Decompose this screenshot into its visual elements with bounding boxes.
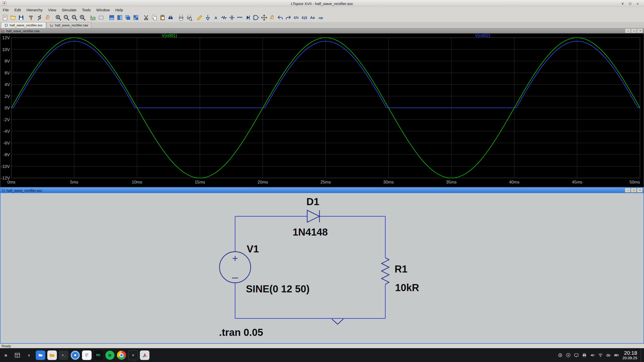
wire-icon[interactable]: [196, 13, 204, 22]
minimize-button[interactable]: –: [625, 29, 631, 33]
close-button[interactable]: ×: [637, 188, 643, 193]
terminal-dark-icon[interactable]: >: [127, 348, 139, 362]
diode-symbol[interactable]: [307, 210, 319, 222]
close-button[interactable]: ×: [634, 2, 641, 6]
zoom-box-icon[interactable]: [62, 13, 70, 22]
menu-view[interactable]: View: [45, 7, 59, 13]
find-icon[interactable]: [167, 13, 175, 22]
zoom-full-icon[interactable]: [78, 13, 87, 22]
autorange-icon[interactable]: [89, 13, 97, 22]
file-manager-icon[interactable]: [46, 348, 58, 362]
maximize-button[interactable]: □: [631, 29, 637, 33]
chromium-icon[interactable]: [69, 348, 81, 362]
trace-label-V(n001)[interactable]: V(n001): [162, 33, 177, 38]
save-icon[interactable]: [17, 13, 25, 22]
diode-icon[interactable]: [244, 13, 252, 22]
cascade-windows-icon[interactable]: [124, 13, 132, 22]
arrange-windows-icon[interactable]: [132, 13, 140, 22]
window-list-icon[interactable]: [12, 348, 23, 362]
tab-half_wave_rectifier.raw[interactable]: half_wave_rectifier.raw: [47, 22, 92, 28]
print-icon[interactable]: [177, 13, 185, 22]
zoom-extents-icon[interactable]: [97, 13, 105, 22]
menu-tools[interactable]: Tools: [79, 7, 94, 13]
show-desktop-button[interactable]: [641, 348, 644, 362]
copy-icon[interactable]: [150, 13, 158, 22]
diode-value-label[interactable]: 1N4148: [293, 227, 328, 238]
wifi-icon[interactable]: [596, 348, 605, 362]
halt-icon[interactable]: [44, 13, 52, 22]
schematic-canvas[interactable]: D1 1N4148 V1 SINE(0 12 50) R1 10kR .tran…: [1, 193, 643, 343]
print-preview-icon[interactable]: [185, 13, 193, 22]
toolbar-group: [89, 13, 105, 22]
files-app-icon[interactable]: [35, 348, 46, 362]
minimize-button[interactable]: –: [625, 188, 631, 193]
schematic-window-titlebar[interactable]: half_wave_rectifier.asc –□×: [1, 188, 643, 193]
schematic-window-title: half_wave_rectifier.asc: [7, 189, 42, 193]
new-schematic-icon[interactable]: [1, 13, 9, 22]
cut-icon[interactable]: [142, 13, 150, 22]
tile-horizontal-icon[interactable]: [108, 13, 116, 22]
source-value-label[interactable]: SINE(0 12 50): [246, 283, 309, 294]
source-ref-label[interactable]: V1: [247, 243, 259, 254]
pycharm-icon[interactable]: PC: [93, 348, 104, 362]
inductor-icon[interactable]: [236, 13, 244, 22]
resistor-symbol[interactable]: [382, 258, 389, 284]
overflow-chevrons-icon[interactable]: »: [0, 348, 12, 362]
mirror-icon[interactable]: E|Ǝ: [300, 13, 308, 22]
open-icon[interactable]: [9, 13, 17, 22]
run-icon[interactable]: [36, 13, 44, 22]
battery-icon[interactable]: [613, 348, 621, 362]
status-indicator-icon[interactable]: [556, 348, 564, 362]
rotate-icon[interactable]: E↻: [292, 13, 300, 22]
capacitor-icon[interactable]: [228, 13, 236, 22]
volume-icon[interactable]: [588, 348, 596, 362]
spotify-icon[interactable]: [104, 348, 116, 362]
waveform-plot[interactable]: 12V10V8V6V4V2V0V-2V-4V-6V-8V-10V-12V0ms5…: [0, 33, 644, 187]
printer-icon[interactable]: [580, 348, 588, 362]
text-editor-icon[interactable]: [81, 348, 93, 362]
zoom-out-icon[interactable]: [70, 13, 78, 22]
move-icon[interactable]: [260, 13, 268, 22]
text-icon[interactable]: Aa: [308, 13, 316, 22]
terminal-icon[interactable]: >_: [58, 348, 69, 362]
net-label-icon[interactable]: A: [212, 13, 220, 22]
paste-icon[interactable]: [158, 13, 167, 22]
drag-icon[interactable]: [268, 13, 276, 22]
ground-icon[interactable]: [204, 13, 212, 22]
tile-vertical-icon[interactable]: [116, 13, 124, 22]
control-panel-icon[interactable]: [28, 13, 36, 22]
waveform-window-titlebar[interactable]: half_wave_rectifier.raw –□×: [0, 28, 644, 33]
redo-icon[interactable]: [284, 13, 292, 22]
menu-edit[interactable]: Edit: [12, 7, 24, 13]
media-play-icon[interactable]: [564, 348, 572, 362]
ground-symbol[interactable]: [332, 319, 343, 324]
clock-date: 20.09.25: [623, 356, 637, 360]
tab-half_wave_rectifier.asc[interactable]: half_wave_rectifier.asc: [1, 22, 46, 28]
close-button[interactable]: ×: [637, 29, 643, 33]
spice-directive-icon[interactable]: .op: [316, 13, 325, 22]
resistor-value-label[interactable]: 10kR: [395, 282, 419, 293]
zoom-in-icon[interactable]: [54, 13, 62, 22]
svg-text:10ms: 10ms: [132, 180, 142, 185]
component-icon[interactable]: [252, 13, 260, 22]
menu-window[interactable]: Window: [94, 7, 112, 13]
menu-hierarchy[interactable]: Hierarchy: [24, 7, 45, 13]
trace-label-V(n002)[interactable]: V(n002): [475, 33, 490, 38]
diode-ref-label[interactable]: D1: [306, 196, 319, 207]
keyboard-layout-icon[interactable]: de: [605, 348, 613, 362]
menu-simulate[interactable]: Simulate: [59, 7, 79, 13]
minimize-button[interactable]: ∨: [619, 1, 626, 6]
undo-icon[interactable]: [276, 13, 284, 22]
menu-help[interactable]: Help: [112, 7, 126, 13]
chrome-icon[interactable]: [116, 348, 127, 362]
clock[interactable]: 20:18 20.09.25: [623, 350, 637, 360]
resistor-icon[interactable]: [220, 13, 228, 22]
maximize-button[interactable]: □: [631, 188, 637, 193]
display-icon[interactable]: [572, 348, 580, 362]
ltspice-icon[interactable]: [139, 348, 150, 362]
maximize-button[interactable]: ◇: [626, 1, 634, 6]
menu-file[interactable]: File: [0, 7, 12, 13]
resistor-ref-label[interactable]: R1: [395, 263, 408, 275]
show-terminal-icon[interactable]: ›: [23, 348, 35, 362]
spice-directive-text[interactable]: .tran 0.05: [219, 327, 263, 338]
